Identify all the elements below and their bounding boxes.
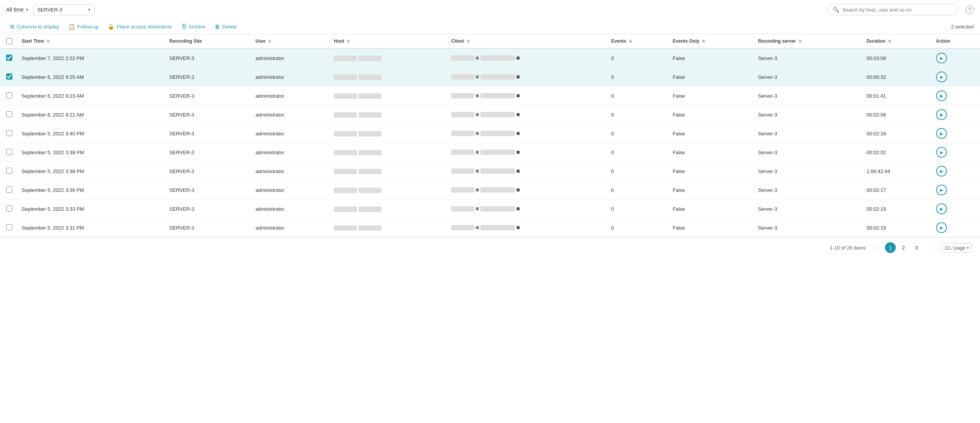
search-bar: 🔍 — [827, 4, 958, 15]
columns-to-display-button[interactable]: ⊞ Columns to display — [6, 22, 63, 32]
server-dropdown[interactable]: SERVER-3 ▾ — [33, 4, 95, 15]
cell-action: ▶ — [932, 124, 980, 143]
cell-recording-site: SERVER-3 — [165, 105, 251, 124]
per-page-select[interactable]: 10 / page ▾ — [941, 243, 972, 253]
cell-recording-site: SERVER-3 — [165, 162, 251, 181]
cell-duration: 00:02:06 — [862, 105, 932, 124]
delete-icon: 🗑 — [215, 23, 220, 30]
pagination: 1-10 of 26 items ‹ 1 2 3 › 10 / page ▾ — [0, 237, 980, 258]
sort-icon-events-only: ⇅ — [702, 39, 705, 43]
row-checkbox[interactable] — [6, 73, 12, 80]
cell-duration: 00:03:08 — [862, 48, 932, 68]
row-checkbox[interactable] — [6, 205, 12, 212]
play-button[interactable]: ▶ — [936, 147, 947, 158]
cell-duration: 00:02:02 — [862, 143, 932, 162]
sort-icon-host: ⇅ — [347, 39, 350, 43]
col-events[interactable]: Events ⇅ — [607, 34, 668, 48]
cell-events: 0 — [607, 68, 668, 87]
play-button[interactable]: ▶ — [936, 166, 947, 177]
cell-events-only: False — [668, 68, 753, 87]
cell-recording-server: Server-3 — [753, 48, 862, 68]
time-filter-label: All time — [6, 7, 24, 13]
cell-events-only: False — [668, 162, 753, 181]
col-duration[interactable]: Duration ⇅ — [862, 34, 932, 48]
col-user[interactable]: User ⇅ — [251, 34, 329, 48]
play-button[interactable]: ▶ — [936, 222, 947, 233]
page-2-button[interactable]: 2 — [898, 242, 909, 253]
play-button[interactable]: ▶ — [936, 203, 947, 214]
archive-button[interactable]: 🗄 Archive — [177, 22, 209, 32]
cell-recording-server: Server-3 — [753, 124, 862, 143]
table-row: September 5, 2022 3:31 PMSERVER-3adminis… — [0, 218, 980, 237]
col-client[interactable]: Client ⇅ — [447, 34, 607, 48]
sort-icon-client: ⇅ — [467, 39, 470, 43]
cell-recording-site: SERVER-3 — [165, 143, 251, 162]
time-filter[interactable]: All time ▾ — [6, 7, 28, 13]
col-start-time[interactable]: Start Time ⇅ — [17, 34, 165, 48]
cell-start-time: September 5, 2022 3:40 PM — [17, 124, 165, 143]
play-button[interactable]: ▶ — [936, 53, 947, 63]
cell-start-time: September 5, 2022 3:38 PM — [17, 162, 165, 181]
row-checkbox[interactable] — [6, 224, 12, 230]
cell-client — [447, 124, 607, 143]
per-page-value: 10 / page — [945, 245, 965, 251]
col-recording-site[interactable]: Recording Site — [165, 34, 251, 48]
delete-button[interactable]: 🗑 Delete — [211, 22, 241, 32]
cell-events-only: False — [668, 105, 753, 124]
play-button[interactable]: ▶ — [936, 128, 947, 139]
page-3-button[interactable]: 3 — [911, 242, 922, 253]
search-icon: 🔍 — [833, 7, 839, 13]
cell-start-time: September 6, 2022 9:21 AM — [17, 105, 165, 124]
place-access-restrictions-button[interactable]: 🔒 Place access restrictions — [104, 22, 175, 32]
play-button[interactable]: ▶ — [936, 72, 947, 82]
cell-start-time: September 7, 2022 2:22 PM — [17, 48, 165, 68]
cell-client — [447, 48, 607, 68]
columns-icon: ⊞ — [10, 23, 15, 30]
next-page-button[interactable]: › — [924, 242, 935, 253]
cell-events: 0 — [607, 124, 668, 143]
cell-client — [447, 218, 607, 237]
cell-events-only: False — [668, 143, 753, 162]
page-1-button[interactable]: 1 — [885, 242, 896, 253]
help-icon[interactable]: ? — [965, 5, 974, 14]
cell-recording-site: SERVER-3 — [165, 124, 251, 143]
row-checkbox[interactable] — [6, 111, 12, 117]
cell-user: administrator — [251, 48, 329, 68]
col-host[interactable]: Host ⇅ — [329, 34, 447, 48]
row-checkbox[interactable] — [6, 92, 12, 98]
cell-action: ▶ — [932, 87, 980, 105]
cell-host — [329, 218, 447, 237]
cell-start-time: September 6, 2022 9:23 AM — [17, 87, 165, 105]
row-checkbox[interactable] — [6, 149, 12, 155]
cell-client — [447, 143, 607, 162]
cell-user: administrator — [251, 162, 329, 181]
search-input[interactable] — [842, 7, 952, 13]
cell-events: 0 — [607, 162, 668, 181]
row-checkbox[interactable] — [6, 55, 12, 61]
cell-action: ▶ — [932, 218, 980, 237]
play-button[interactable]: ▶ — [936, 109, 947, 120]
select-all-header[interactable] — [0, 34, 17, 48]
row-checkbox[interactable] — [6, 168, 12, 174]
cell-host — [329, 68, 447, 87]
col-events-only[interactable]: Events Only ⇅ — [668, 34, 753, 48]
cell-client — [447, 200, 607, 218]
lock-icon: 🔒 — [108, 23, 114, 30]
sort-icon-duration: ⇅ — [888, 39, 891, 43]
cell-host — [329, 48, 447, 68]
select-all-checkbox[interactable] — [6, 38, 12, 44]
play-button[interactable]: ▶ — [936, 185, 947, 195]
table-row: September 5, 2022 3:40 PMSERVER-3adminis… — [0, 124, 980, 143]
cell-user: administrator — [251, 181, 329, 200]
cell-events: 0 — [607, 105, 668, 124]
follow-up-button[interactable]: 📋 Follow up — [65, 22, 103, 32]
row-checkbox[interactable] — [6, 130, 12, 136]
page-range: 1-10 of 26 items — [830, 245, 866, 251]
row-checkbox[interactable] — [6, 187, 12, 193]
play-button[interactable]: ▶ — [936, 90, 947, 101]
prev-page-button[interactable]: ‹ — [872, 242, 883, 253]
cell-recording-server: Server-3 — [753, 87, 862, 105]
col-action: Action — [932, 34, 980, 48]
col-recording-server[interactable]: Recording server ⇅ — [753, 34, 862, 48]
table-row: September 5, 2022 3:38 PMSERVER-3adminis… — [0, 143, 980, 162]
